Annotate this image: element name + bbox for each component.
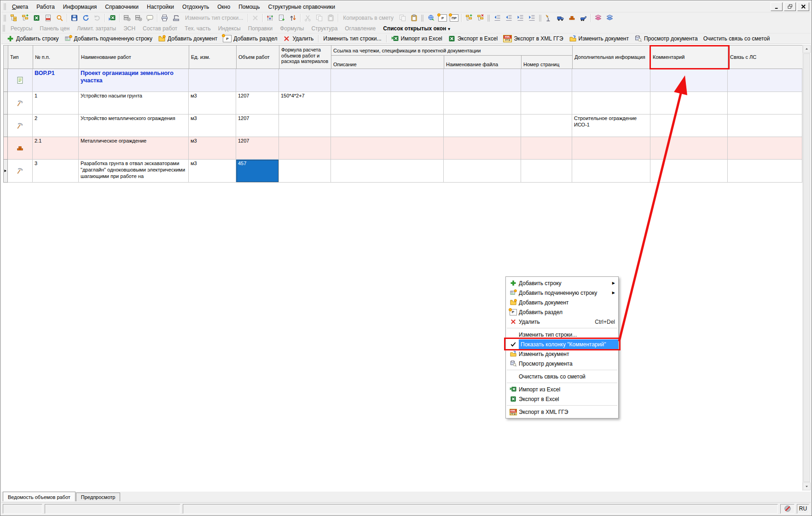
table-cell-num[interactable]: 2 <box>33 115 79 137</box>
column-header-num[interactable]: № п.п. <box>33 46 79 69</box>
toolbar-grip[interactable] <box>4 3 5 10</box>
table-cell-description[interactable] <box>331 137 444 160</box>
row-type-cell[interactable] <box>8 69 33 92</box>
table-cell-unit[interactable]: м3 <box>189 115 236 137</box>
ctx-export-xml[interactable]: XMLГГЭЭкспорт в XML ГГЭ <box>506 407 618 417</box>
scrollbar-thumb[interactable] <box>803 53 810 482</box>
search-button[interactable] <box>54 13 65 23</box>
table-cell-ls[interactable] <box>728 115 802 137</box>
table-cell-pages[interactable] <box>521 137 572 160</box>
export-xml-button[interactable]: XMLГГЭЭкспорт в XML ГГЭ <box>500 34 566 43</box>
row-settings2-button[interactable] <box>133 13 144 23</box>
export-excel-button[interactable]: Экспорт в Excel <box>445 34 500 43</box>
table-cell-unit[interactable]: м3 <box>189 160 236 183</box>
row-type-cell[interactable] <box>8 92 33 115</box>
construction-button[interactable] <box>170 13 182 23</box>
menu-strukturnye-spravochniki[interactable]: Структурные справочники <box>264 2 339 12</box>
copy-to-estimate-copy-button[interactable] <box>397 13 408 23</box>
table-cell-comment[interactable] <box>650 137 728 160</box>
panel-limit-zatraty[interactable]: Лимит. затраты <box>73 24 120 33</box>
restore-button[interactable] <box>784 2 796 11</box>
row-selector[interactable] <box>3 69 8 92</box>
scroll-down-button[interactable] <box>803 482 811 490</box>
pdf-button[interactable] <box>42 13 54 23</box>
view-document-button[interactable]: Просмотр документа <box>632 34 701 43</box>
table-cell-comment[interactable] <box>650 69 728 92</box>
row-selector[interactable] <box>3 92 8 115</box>
table-cell-formula[interactable]: 150*4*2+7 <box>279 92 331 115</box>
column-header-formula[interactable]: Формула расчета объемов работ и расхода … <box>279 46 331 69</box>
table-cell-filename[interactable] <box>444 137 521 160</box>
edit-document-button[interactable]: Изменить документ <box>566 34 632 43</box>
ctx-add-section[interactable]: РДобавить раздел <box>506 307 618 317</box>
toolbar-grip[interactable] <box>4 15 5 22</box>
ctx-edit-document[interactable]: Изменить документ <box>506 349 618 359</box>
refresh-button[interactable] <box>80 13 92 23</box>
column-header-name[interactable]: Наименование работ <box>79 46 189 69</box>
tab-vedomost[interactable]: Ведомость объемов работ <box>3 492 75 501</box>
table-cell-extra[interactable] <box>572 160 650 183</box>
table-cell-extra[interactable] <box>572 92 650 115</box>
section-p-button[interactable]: Р <box>437 13 448 23</box>
table-cell-unit[interactable]: м3 <box>189 92 236 115</box>
undo-button[interactable] <box>92 13 103 23</box>
lamp-button[interactable] <box>543 13 555 23</box>
excavator-button[interactable] <box>578 13 589 23</box>
close-button[interactable] <box>797 2 809 11</box>
layers-blue-button[interactable] <box>604 13 615 23</box>
row-selector[interactable] <box>3 115 8 137</box>
row-settings-button[interactable] <box>121 13 133 23</box>
table-cell-extra[interactable] <box>572 69 650 92</box>
copy-button[interactable] <box>313 13 325 23</box>
menu-smeta[interactable]: Смета <box>8 2 32 12</box>
table-cell-name[interactable]: Проект организации земельного участка <box>79 69 189 92</box>
ctx-show-comment-column[interactable]: Показать колонку "Комментарий" <box>506 339 618 349</box>
table-cell-formula[interactable] <box>279 160 331 183</box>
table-cell-volume[interactable]: 1207 <box>236 137 279 160</box>
tree-add-button[interactable] <box>19 13 31 23</box>
panel-formuly[interactable]: Формулы <box>276 24 307 33</box>
column-header-unit[interactable]: Ед. изм. <box>189 46 237 69</box>
ctx-add-document[interactable]: Добавить документ <box>506 298 618 307</box>
add-section-button[interactable]: РДобавить раздел <box>220 34 280 43</box>
ctx-export-excel[interactable]: Экспорт в Excel <box>506 394 618 404</box>
column-header-extra[interactable]: Дополнительная информация <box>573 46 651 69</box>
table-cell-name[interactable]: Устройство металлического ограждения <box>79 115 189 137</box>
table-cell-ls[interactable] <box>728 92 802 115</box>
menu-otdokhnut[interactable]: Отдохнуть <box>178 2 213 12</box>
minimize-button[interactable] <box>771 2 783 11</box>
toolbar-grip[interactable] <box>421 15 422 22</box>
column-header-description[interactable]: Описание <box>331 56 444 69</box>
table-cell-num[interactable]: 2.1 <box>33 137 79 160</box>
column-header-filename[interactable]: Наименование файла <box>444 56 522 69</box>
current-row-pointer[interactable] <box>3 160 8 183</box>
toolbar-grip[interactable] <box>539 15 540 22</box>
table-cell-volume[interactable]: 1207 <box>236 92 279 115</box>
table-cell-volume[interactable] <box>236 69 279 92</box>
table-cell-num[interactable]: 3 <box>33 160 79 183</box>
column-header-link-group-label[interactable]: Ссылка на чертежи, спецификации в проект… <box>331 46 573 56</box>
panel-open-windows-list[interactable]: Список открытых окон▾ <box>379 24 454 33</box>
table-cell-comment[interactable] <box>650 160 728 183</box>
table-cell-ls[interactable] <box>728 69 802 92</box>
table-cell-filename[interactable] <box>444 69 521 92</box>
table-cell-comment[interactable] <box>650 92 728 115</box>
toolbar-grip[interactable] <box>3 25 4 32</box>
paste-button[interactable] <box>325 13 336 23</box>
change-row-type-button[interactable]: Изменить тип строки... <box>320 34 384 43</box>
excel-button[interactable] <box>31 13 42 23</box>
add-row-button[interactable]: Добавить строку <box>4 34 62 43</box>
import-excel-button[interactable]: Импорт из Excel <box>389 34 445 43</box>
print-button[interactable] <box>159 13 170 23</box>
toolbar-grip[interactable] <box>487 15 488 22</box>
table-cell-volume[interactable]: 1207 <box>236 115 279 137</box>
panel-panel-tsen[interactable]: Панель цен <box>36 24 73 33</box>
table-cell-filename[interactable] <box>444 160 521 183</box>
menu-spravochniki[interactable]: Справочники <box>101 2 143 12</box>
table-cell-ls[interactable] <box>728 160 802 183</box>
row-type-cell[interactable] <box>8 137 33 160</box>
indent-left2-button[interactable] <box>503 13 515 23</box>
copy-to-estimate-paste-button[interactable] <box>408 13 420 23</box>
table-cell-unit[interactable]: м3 <box>189 137 236 160</box>
column-header-volume[interactable]: Объем работ <box>237 46 279 69</box>
